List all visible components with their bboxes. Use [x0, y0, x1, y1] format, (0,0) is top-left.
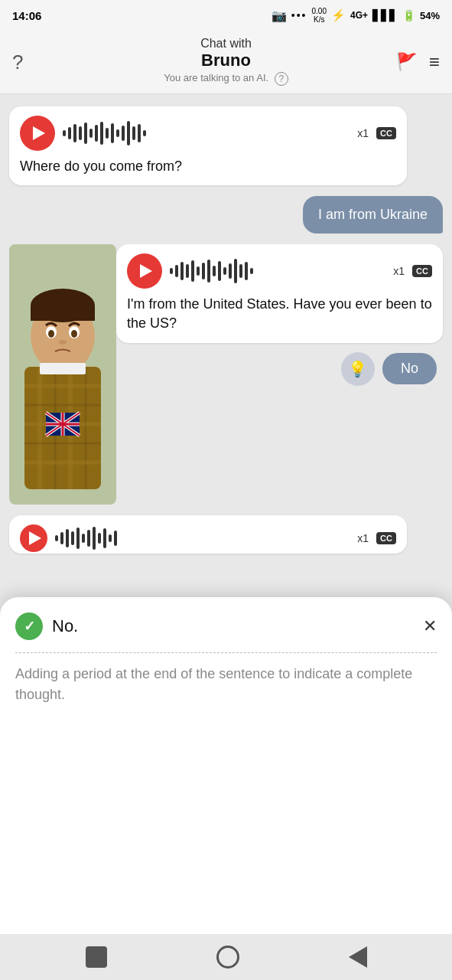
more-icon: •••	[291, 9, 307, 21]
status-icons: 📷 ••• 0.00K/s ⚡ 4G+ ▋▋▋ 🔋 54%	[272, 7, 440, 24]
svg-rect-23	[31, 305, 95, 321]
svg-point-26	[48, 330, 54, 338]
wave-bar	[89, 129, 93, 138]
wave-bar	[127, 121, 130, 145]
battery-icon: 🔋	[402, 9, 415, 21]
wave-bar	[95, 125, 98, 142]
menu-button[interactable]: ≡	[429, 51, 440, 73]
lightbulb-icon: 💡	[348, 360, 367, 378]
ai-message-2-text: I'm from the United States. Have you eve…	[127, 295, 432, 333]
wave-bar	[186, 264, 189, 278]
wave-bar	[250, 268, 253, 274]
wave-bar	[79, 126, 82, 140]
battery-percent: 54%	[420, 10, 440, 21]
recent-apps-button[interactable]	[86, 946, 107, 968]
cc-badge-3[interactable]: CC	[376, 532, 396, 544]
waveform-2	[170, 259, 385, 283]
wave-bar	[66, 529, 69, 547]
play-button-3[interactable]	[20, 524, 47, 552]
ai-message-1: x1 CC Where do you come from?	[9, 106, 407, 185]
wave-bar	[138, 124, 141, 142]
wave-bar	[55, 535, 58, 541]
header-subtitle: You are talking to an AI. ?	[12, 72, 440, 86]
correction-description: Adding a period at the end of the senten…	[15, 664, 437, 705]
header-actions: 🚩 ≡	[396, 51, 440, 73]
status-time: 14:06	[12, 9, 41, 22]
divider	[15, 652, 437, 653]
hint-button[interactable]: 💡	[341, 352, 375, 386]
speed-badge-3[interactable]: x1	[357, 532, 369, 544]
ai-message-2: x1 CC I'm from the United States. Have y…	[116, 244, 443, 342]
wave-bar	[218, 261, 221, 281]
wave-bar	[132, 126, 135, 140]
cc-badge-2[interactable]: CC	[412, 265, 432, 277]
wave-bar	[239, 264, 242, 278]
checkmark-icon: ✓	[24, 618, 35, 635]
svg-rect-29	[40, 363, 86, 374]
wave-bar	[197, 266, 200, 276]
wave-bar	[229, 263, 232, 279]
audio-player-3: x1 CC	[20, 524, 396, 552]
response-button[interactable]: No	[382, 353, 437, 384]
info-icon[interactable]: ?	[275, 72, 288, 86]
character-avatar	[9, 244, 116, 505]
wave-bar	[175, 265, 178, 277]
close-button[interactable]: ✕	[423, 616, 437, 636]
wave-bar	[191, 260, 194, 282]
corrected-text: No.	[52, 616, 78, 636]
user-message-row-1: I am from Ukraine	[9, 196, 443, 234]
wave-bar	[202, 263, 205, 279]
back-button[interactable]	[349, 946, 367, 968]
play-button-1[interactable]	[20, 116, 55, 151]
speed-badge-2[interactable]: x1	[393, 265, 405, 277]
wave-bar	[234, 259, 237, 283]
avatar-svg	[9, 244, 116, 505]
wave-bar	[207, 260, 210, 283]
wave-bar	[63, 130, 66, 136]
wave-bar	[84, 122, 87, 144]
chat-area: x1 CC Where do you come from? I am from …	[0, 94, 452, 645]
cc-badge-1[interactable]: CC	[376, 127, 396, 139]
signal-icon: ▋▋▋	[372, 9, 398, 21]
wave-bar	[71, 531, 74, 545]
waveform-1	[63, 121, 350, 145]
audio-player-2: x1 CC	[127, 253, 432, 289]
svg-point-28	[59, 340, 67, 345]
wave-bar	[93, 527, 96, 550]
flag-button[interactable]: 🚩	[396, 52, 417, 72]
correction-left: ✓ No.	[15, 612, 78, 640]
correction-header: ✓ No. ✕	[15, 612, 437, 640]
correction-panel: ✓ No. ✕ Adding a period at the end of th…	[0, 597, 452, 934]
bluetooth-icon: ⚡	[331, 8, 346, 22]
ai-message-1-text: Where do you come from?	[20, 157, 396, 176]
wave-bar	[116, 129, 119, 137]
audio-player-1: x1 CC	[20, 116, 396, 151]
wave-bar	[109, 534, 112, 542]
question-button[interactable]: ?	[12, 51, 23, 74]
video-icon: 📷	[272, 8, 287, 23]
play-button-2[interactable]	[127, 253, 162, 289]
wave-bar	[114, 531, 117, 546]
data-speed-icon: 0.00K/s	[311, 7, 326, 24]
svg-point-27	[71, 330, 77, 338]
wave-bar	[87, 530, 90, 547]
wave-bar	[122, 126, 125, 141]
ai-message-2-bubble-area: x1 CC I'm from the United States. Have y…	[116, 244, 443, 385]
header-chat-with: Chat with	[12, 37, 440, 51]
system-nav	[0, 934, 452, 980]
header-title: Chat with Bruno You are talking to an AI…	[12, 37, 440, 86]
header-name: Bruno	[12, 51, 440, 70]
wave-bar	[180, 262, 184, 280]
wave-bar	[73, 124, 76, 142]
speed-badge-1[interactable]: x1	[357, 127, 369, 139]
status-bar: 14:06 📷 ••• 0.00K/s ⚡ 4G+ ▋▋▋ 🔋 54%	[0, 0, 452, 31]
ai-message-3-partial: x1 CC	[9, 515, 407, 554]
wave-bar	[100, 122, 103, 145]
wave-bar	[68, 127, 71, 139]
wave-bar	[76, 528, 80, 549]
wave-bar	[170, 268, 173, 274]
wave-bar	[103, 528, 106, 548]
user-bubble-1: I am from Ukraine	[303, 196, 443, 234]
home-button[interactable]	[216, 946, 239, 969]
wave-bar	[143, 130, 146, 136]
